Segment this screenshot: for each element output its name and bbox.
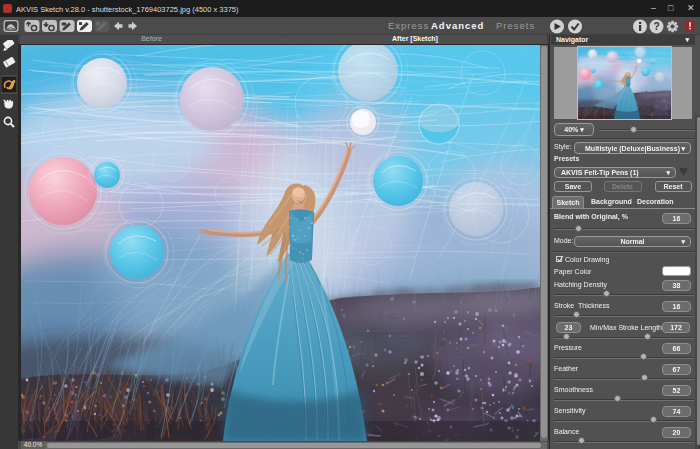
svg-text:?: ? xyxy=(653,21,659,32)
